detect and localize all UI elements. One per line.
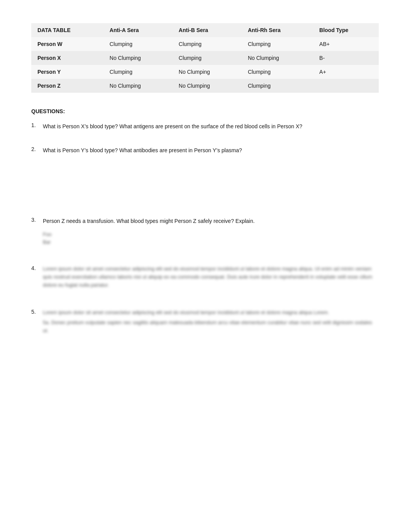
- blurred-answer-3-tiny: FooBar: [43, 231, 66, 246]
- questions-section: QUESTIONS: 1. What is Person X’s blood t…: [31, 108, 379, 335]
- question-2: 2. What is Person Y’s blood type? What a…: [31, 146, 379, 155]
- blurred-sub-answer: 5a. Donec pretium vulputate sapien nec s…: [43, 320, 372, 333]
- table-cell-r3-c2: No Clumping: [173, 79, 242, 93]
- question-5: 5. Lorem ipsum dolor sit amet consectetu…: [31, 309, 379, 317]
- table-cell-r2-c1: Clumping: [103, 65, 173, 79]
- question-5-block: 5. Lorem ipsum dolor sit amet consectetu…: [31, 309, 379, 335]
- question-4-text: Lorem ipsum dolor sit amet consectetur a…: [43, 266, 372, 288]
- table-cell-r0-c3: Clumping: [242, 37, 313, 51]
- table-cell-r0-c2: Clumping: [173, 37, 242, 51]
- table-cell-r3-c3: Clumping: [242, 79, 313, 93]
- table-cell-r3-c0: Person Z: [31, 79, 103, 93]
- question-3-answer: FooBar: [43, 228, 379, 246]
- table-cell-r2-c0: Person Y: [31, 65, 103, 79]
- question-2-number: 2.: [31, 146, 43, 152]
- table-cell-r0-c1: Clumping: [103, 37, 173, 51]
- table-row: Person ZNo ClumpingNo ClumpingClumping: [31, 79, 379, 93]
- question-1: 1. What is Person X’s blood type? What a…: [31, 122, 379, 131]
- table-row: Person WClumpingClumpingClumpingAB+: [31, 37, 379, 51]
- col-header-anti-rh: Anti-Rh Sera: [242, 23, 313, 37]
- table-row: Person XNo ClumpingClumpingNo ClumpingB-: [31, 51, 379, 65]
- table-cell-r1-c4: B-: [313, 51, 379, 65]
- table-cell-r2-c3: Clumping: [242, 65, 313, 79]
- question-5-sub-answer: 5a. Donec pretium vulputate sapien nec s…: [43, 319, 379, 335]
- question-4-number: 4.: [31, 265, 43, 271]
- question-3: 3. Person Z needs a transfusion. What bl…: [31, 217, 379, 225]
- question-3-block: 3. Person Z needs a transfusion. What bl…: [31, 217, 379, 246]
- table-header-row: DATA TABLE Anti-A Sera Anti-B Sera Anti-…: [31, 23, 379, 37]
- table-cell-r1-c2: Clumping: [173, 51, 242, 65]
- table-cell-r0-c4: AB+: [313, 37, 379, 51]
- col-header-data-table: DATA TABLE: [31, 23, 103, 37]
- table-cell-r3-c1: No Clumping: [103, 79, 173, 93]
- questions-label: QUESTIONS:: [31, 108, 379, 114]
- table-cell-r0-c0: Person W: [31, 37, 103, 51]
- question-4: 4. Lorem ipsum dolor sit amet consectetu…: [31, 265, 379, 289]
- col-header-anti-a: Anti-A Sera: [103, 23, 173, 37]
- table-cell-r2-c2: No Clumping: [173, 65, 242, 79]
- question-4-block: 4. Lorem ipsum dolor sit amet consectetu…: [31, 265, 379, 289]
- question-2-text: What is Person Y’s blood type? What anti…: [43, 146, 379, 155]
- col-header-blood-type: Blood Type: [313, 23, 379, 37]
- question-3-number: 3.: [31, 217, 43, 223]
- table-row: Person YClumpingNo ClumpingClumpingA+: [31, 65, 379, 79]
- data-table: DATA TABLE Anti-A Sera Anti-B Sera Anti-…: [31, 23, 379, 93]
- table-cell-r2-c4: A+: [313, 65, 379, 79]
- question-3-text: Person Z needs a transfusion. What blood…: [43, 217, 379, 225]
- col-header-anti-b: Anti-B Sera: [173, 23, 242, 37]
- table-cell-r1-c0: Person X: [31, 51, 103, 65]
- question-1-text: What is Person X’s blood type? What anti…: [43, 122, 379, 131]
- page-content: DATA TABLE Anti-A Sera Anti-B Sera Anti-…: [31, 23, 379, 335]
- question-5-number: 5.: [31, 309, 43, 315]
- table-cell-r3-c4: [313, 79, 379, 93]
- table-cell-r1-c3: No Clumping: [242, 51, 313, 65]
- table-cell-r1-c1: No Clumping: [103, 51, 173, 65]
- question-1-number: 1.: [31, 122, 43, 128]
- question-5-text: Lorem ipsum dolor sit amet consectetur a…: [43, 309, 329, 315]
